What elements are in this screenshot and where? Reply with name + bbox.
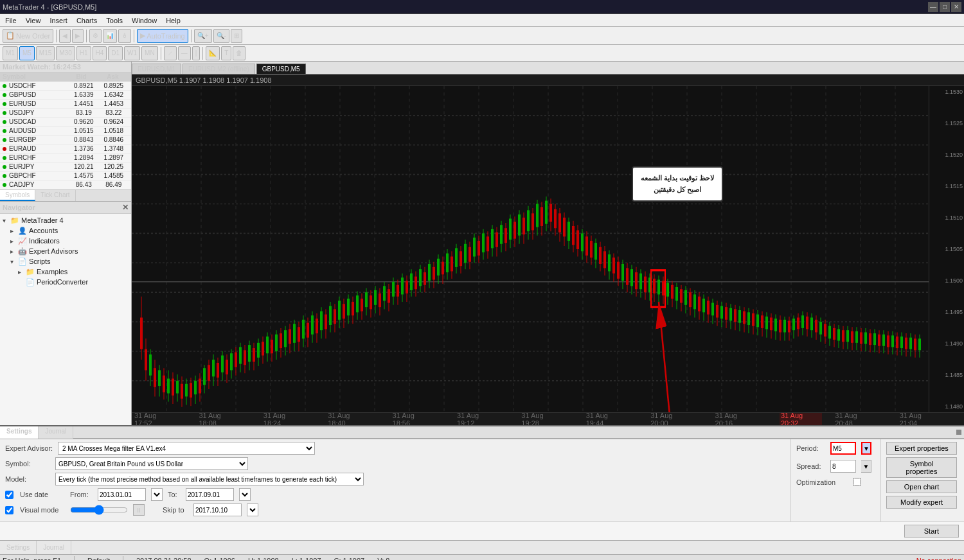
tf-h4[interactable]: H4 [93,46,107,60]
market-watch-row[interactable]: EURCHF 1.2894 1.2897 [0,153,131,162]
tf-m5[interactable]: M5 [19,46,35,60]
chart-type-candle[interactable]: 🕯 [118,29,131,43]
tab-tick-chart[interactable]: Tick Chart [35,190,75,201]
fib-tool[interactable]: 📐 [206,46,220,60]
optimization-checkbox[interactable] [853,478,861,486]
forward-btn[interactable]: ▶ [72,29,84,43]
zoom-in-btn[interactable]: 🔍+ [194,29,212,43]
properties-btn[interactable]: ⚙ [89,29,102,43]
nav-item-indicators[interactable]: ▸ 📈 Indicators [0,236,131,246]
tab-symbols[interactable]: Symbols [0,190,35,201]
market-watch-row[interactable]: EURGBP 0.8843 0.8846 [0,136,131,144]
period-label: Period: [796,444,825,452]
expert-properties-btn[interactable]: Expert properties [886,442,957,455]
market-watch-row[interactable]: GBPCHF 1.4575 1.4585 [0,171,131,180]
market-watch-row[interactable]: USDJPY 83.19 83.22 [0,109,131,118]
svg-rect-108 [307,323,309,338]
nav-item-accounts[interactable]: ▸ 👤 Accounts [0,225,131,236]
menu-tools[interactable]: Tools [102,14,127,26]
tester-tab-journal[interactable]: Journal [39,426,73,439]
menu-view[interactable]: View [22,14,45,26]
menu-charts[interactable]: Charts [73,14,101,26]
zoom-out-btn[interactable]: 🔍- [213,29,229,43]
nav-item-examples[interactable]: ▸ 📁 Examples [0,267,131,277]
to-input[interactable] [186,488,234,501]
nav-item-metatrader-4[interactable]: ▾ 📁 MetaTrader 4 [0,215,131,225]
tf-m30[interactable]: M30 [56,46,75,60]
market-watch-row[interactable]: USDCHF 0.8921 0.8925 [0,82,131,91]
autotrading-btn[interactable]: ▶ AutoTrading [137,29,188,43]
tf-mn[interactable]: MN [141,46,158,60]
col-symbol: Symbol [3,73,66,80]
menu-help[interactable]: Help [162,14,184,26]
ea-dropdown[interactable]: 2 MA Crosses Mega filter EA V1.ex4 [58,442,315,455]
to-cal[interactable] [239,488,251,501]
nav-item-scripts[interactable]: ▾ 📄 Scripts [0,256,131,267]
toolbar-sep2 [86,30,87,42]
nav-item-periodconverter[interactable]: 📄 PeriodConverter [0,277,131,287]
from-cal[interactable] [151,488,163,501]
modify-expert-btn[interactable]: Modify expert [886,496,957,509]
speed-slider[interactable] [70,505,128,514]
delete-tool[interactable]: 🗑 [233,46,245,60]
tf-h1[interactable]: H1 [76,46,91,60]
chart-info-bar: GBPUSD,M5 1.1907 1.1908 1.1907 1.1908 [132,74,964,86]
chart-canvas[interactable]: لاحظ توقيت بداية الشمعه اصبح كل دقيقتين [132,86,929,412]
bottom-tab-journal[interactable]: Journal [37,541,71,554]
tf-w1[interactable]: W1 [124,46,140,60]
nav-item-expert-advisors[interactable]: ▸ 🤖 Expert Advisors [0,246,131,256]
market-watch-row[interactable]: EURJPY 120.21 120.25 [0,162,131,171]
market-watch-row[interactable]: GBPUSD 1.6339 1.6342 [0,91,131,100]
market-watch-row[interactable]: USDCAD 0.9620 0.9624 [0,118,131,127]
chart-grid-btn[interactable]: ⊞ [231,29,242,43]
optimization-row: Optimization [796,478,875,486]
market-watch-row[interactable]: CADJPY 86.43 86.49 [0,180,131,189]
chart-tab-eurusd-m2[interactable]: EURUSD,M2 (offline) [183,64,255,74]
tf-m15[interactable]: M15 [36,46,55,60]
start-btn[interactable]: Start [904,525,959,538]
period-input[interactable] [830,442,856,455]
period-dropdown-btn[interactable]: ▼ [861,442,871,455]
svg-rect-142 [383,286,386,301]
pause-btn[interactable]: ⏸ [133,504,145,516]
from-input[interactable] [98,488,146,501]
minimize-btn[interactable]: — [928,2,938,12]
skip-to-cal[interactable] [247,503,258,516]
svg-rect-342 [833,328,835,340]
menu-insert[interactable]: Insert [46,14,71,26]
open-chart-btn[interactable]: Open chart [886,480,957,493]
tester-tab-settings[interactable]: Settings [0,426,39,439]
bottom-tab-settings[interactable]: Settings [0,541,37,554]
market-watch-row[interactable]: AUDUSD 1.0515 1.0518 [0,127,131,136]
use-date-checkbox[interactable] [5,491,13,499]
line-tool[interactable]: ⟋ [164,46,177,60]
back-btn[interactable]: ◀ [59,29,71,43]
new-order-btn[interactable]: 📋 New Order [3,29,53,43]
vline-tool[interactable]: | [192,46,201,60]
market-watch-row[interactable]: EURUSD 1.4451 1.4453 [0,100,131,109]
status-high: H: 1.1908 [248,557,279,561]
navigator-close-btn[interactable]: ✕ [122,203,129,212]
maximize-btn[interactable]: □ [940,2,950,12]
market-watch-ask: 120.25 [99,163,129,170]
hline-tool[interactable]: — [178,46,191,60]
symbol-select[interactable]: GBPUSD, Great Britain Pound vs US Dollar [55,457,248,470]
toolbar-sep3 [134,30,134,42]
tf-d1[interactable]: D1 [108,46,123,60]
menu-file[interactable]: File [1,14,21,26]
chart-tab-gbpusd-m5[interactable]: GBPUSD,M5 [256,64,306,74]
spread-input[interactable] [830,460,856,473]
close-btn[interactable]: ✕ [951,2,961,12]
text-tool[interactable]: T [221,46,231,60]
spread-dropdown-btn[interactable]: ▼ [861,460,871,473]
model-select[interactable]: Every tick (the most precise method base… [55,473,364,486]
market-watch-row[interactable]: EURAUD 1.3736 1.3748 [0,144,131,153]
chart-tab-eurusd-m1[interactable]: EURUSD,M1 [132,64,181,74]
skip-to-input[interactable] [193,503,242,516]
menu-window[interactable]: Window [128,14,161,26]
symbol-properties-btn[interactable]: Symbol properties [886,457,957,478]
tf-m1[interactable]: M1 [3,46,18,60]
tester-resize-icon[interactable] [956,430,961,435]
visual-mode-checkbox[interactable] [5,506,13,514]
chart-type-bar[interactable]: 📊 [103,29,117,43]
